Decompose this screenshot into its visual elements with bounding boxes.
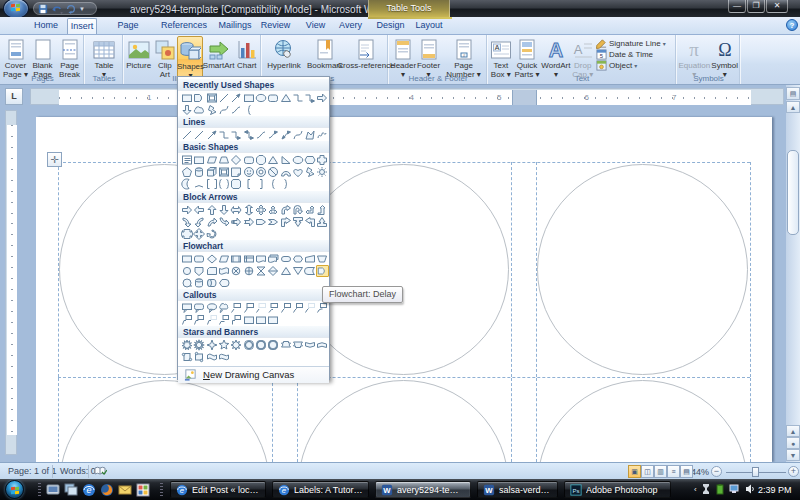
shape-exp1[interactable] <box>181 339 193 351</box>
redo-icon[interactable] <box>66 4 76 14</box>
shape-bevel[interactable] <box>206 92 218 104</box>
close-button[interactable]: ✕ <box>766 0 788 13</box>
shape-can[interactable] <box>193 166 205 178</box>
shape-curve[interactable] <box>292 129 304 141</box>
shape-blockup[interactable] <box>206 204 218 216</box>
zoom-slider-thumb[interactable] <box>752 467 759 477</box>
shape-blockdown[interactable] <box>181 104 193 116</box>
shape-bolt[interactable] <box>206 104 218 116</box>
shape-ribbonup[interactable] <box>279 339 291 351</box>
shape-rbracket[interactable] <box>255 178 267 190</box>
shape-vscroll[interactable] <box>181 351 193 363</box>
shape-orshape[interactable] <box>242 265 254 277</box>
shape-merge[interactable] <box>292 265 304 277</box>
new-drawing-canvas-item[interactable]: New Drawing Canvas <box>178 366 329 383</box>
shape-dbrace[interactable] <box>218 178 230 190</box>
shape-star32[interactable] <box>267 339 279 351</box>
shape-textbox[interactable] <box>181 154 193 166</box>
shape-curvup[interactable] <box>206 216 218 228</box>
shape-lc4b[interactable] <box>267 314 279 326</box>
shape-bolt[interactable] <box>304 166 316 178</box>
scroll-up-button[interactable]: ▲ <box>786 101 800 113</box>
shape-maninput[interactable] <box>304 253 316 265</box>
shape-lc4[interactable] <box>230 314 242 326</box>
shape-offpage[interactable] <box>193 265 205 277</box>
shape-disk[interactable] <box>193 277 205 289</box>
shape-tri[interactable] <box>267 154 279 166</box>
shape-curvleft[interactable] <box>193 216 205 228</box>
shape-freeform[interactable] <box>304 129 316 141</box>
view-button-full-screen-reading[interactable]: ◫ <box>641 465 654 478</box>
shape-octagon[interactable] <box>255 154 267 166</box>
shape-hex[interactable] <box>304 154 316 166</box>
page-number-button[interactable]: #Page Number ▾ <box>442 36 486 79</box>
shape-multidoc[interactable] <box>267 253 279 265</box>
shape-oval[interactable] <box>292 154 304 166</box>
shape-bentup[interactable] <box>316 204 328 216</box>
shape-lcallout[interactable] <box>304 216 316 228</box>
shape-sort[interactable] <box>267 265 279 277</box>
table-move-handle[interactable]: ✛ <box>47 152 62 167</box>
next-page-button[interactable]: ▼ <box>786 449 800 461</box>
shape-wave[interactable] <box>206 351 218 363</box>
shape-scribble[interactable] <box>316 129 328 141</box>
save-icon[interactable] <box>38 4 48 14</box>
tab-design[interactable]: Design <box>371 18 410 34</box>
shape-sum[interactable] <box>230 265 242 277</box>
shape-lc1n[interactable] <box>255 302 267 314</box>
shape-elbow[interactable] <box>218 129 230 141</box>
shape-delay[interactable] <box>193 92 205 104</box>
cross-reference-button[interactable]: Cross-reference <box>345 36 387 70</box>
ruler-toggle-button[interactable]: ▤ <box>786 87 800 100</box>
shape-card[interactable] <box>206 265 218 277</box>
shape-star16[interactable] <box>242 339 254 351</box>
view-button-print-layout[interactable]: ▣ <box>628 465 641 478</box>
shape-chevron[interactable] <box>267 216 279 228</box>
shape-notched[interactable] <box>242 216 254 228</box>
shape-altproc[interactable] <box>193 253 205 265</box>
qat-customize-arrow[interactable]: ▼ <box>79 6 85 12</box>
taskbar-clock[interactable]: 2:39 PM <box>758 485 792 495</box>
shape-quadcallout[interactable] <box>193 228 205 240</box>
shape-rtri[interactable] <box>279 154 291 166</box>
shape-lbracket[interactable] <box>242 178 254 190</box>
word-count[interactable]: Words: 0 <box>60 466 96 476</box>
tab-avery[interactable]: Avery <box>333 18 368 34</box>
shape-rectcall[interactable] <box>181 302 193 314</box>
shape-lc4n[interactable] <box>255 314 267 326</box>
shape-diamond[interactable] <box>230 154 242 166</box>
shape-blockright[interactable] <box>316 92 328 104</box>
shape-lc2n[interactable] <box>304 302 316 314</box>
undo-icon[interactable] <box>51 4 63 14</box>
shape-seqstore[interactable] <box>181 277 193 289</box>
ruler-column-gap-marker[interactable] <box>512 90 537 105</box>
shape-arrow[interactable] <box>206 129 218 141</box>
shape-rcallout[interactable] <box>279 216 291 228</box>
vertical-scrollbar[interactable]: ▤ ▲ ▲ ● ▼ <box>786 85 800 462</box>
shape-extract[interactable] <box>279 265 291 277</box>
shape-smiley[interactable] <box>242 166 254 178</box>
restore-button[interactable]: ❐ <box>747 0 765 13</box>
shape-leftup[interactable] <box>304 204 316 216</box>
cover-page-button[interactable]: Cover Page ▾ <box>2 36 29 79</box>
shape-star24[interactable] <box>255 339 267 351</box>
shape-blockdown[interactable] <box>218 204 230 216</box>
shape-hscroll[interactable] <box>193 351 205 363</box>
shape-nosym[interactable] <box>267 166 279 178</box>
shape-document[interactable] <box>255 253 267 265</box>
shape-uturn[interactable] <box>292 204 304 216</box>
shape-process[interactable] <box>181 253 193 265</box>
tab-page-layout[interactable]: Page Layout <box>103 18 153 34</box>
taskbar-window-3[interactable]: Wavery5294-template ... <box>375 481 471 498</box>
shape-star4[interactable] <box>206 339 218 351</box>
shape-heart[interactable] <box>292 166 304 178</box>
shape-display[interactable] <box>218 277 230 289</box>
shape-lbrace[interactable] <box>242 104 254 116</box>
volume-icon[interactable] <box>745 483 755 495</box>
shape-lc4a[interactable] <box>242 314 254 326</box>
shape-lc3[interactable] <box>181 314 193 326</box>
shape-quadarrow[interactable] <box>255 204 267 216</box>
minimize-button[interactable]: — <box>728 0 746 13</box>
shape-tri[interactable] <box>279 92 291 104</box>
shape-curveconn[interactable] <box>230 104 242 116</box>
